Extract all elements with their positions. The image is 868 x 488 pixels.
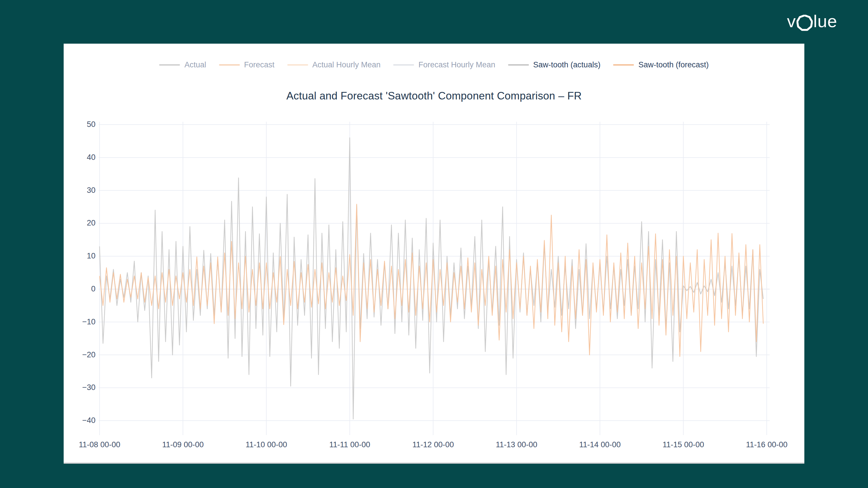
x-axis-tick-label: 11-12 00-00	[401, 440, 465, 449]
x-axis-tick-label: 11-16 00-00	[735, 440, 799, 449]
volue-logo-text-lue: lue	[813, 13, 837, 30]
x-axis-tick-label: 11-10 00-00	[235, 440, 298, 449]
series-line-saw-tooth-forecast	[99, 204, 763, 356]
volue-logo-text-v: v	[787, 13, 796, 30]
x-axis-tick-label: 11-09 00-00	[151, 440, 215, 449]
x-axis-tick-label: 11-08 00-00	[68, 440, 131, 449]
y-axis-tick-label: −10	[64, 318, 95, 326]
y-axis-tick-label: 40	[64, 153, 95, 162]
y-axis-tick-label: −20	[64, 350, 95, 359]
y-axis-tick-label: 30	[64, 186, 95, 195]
x-axis-tick-label: 11-15 00-00	[652, 440, 715, 449]
y-axis-tick-label: −30	[64, 383, 95, 392]
volue-logo-o-icon	[797, 15, 813, 31]
y-axis-tick-label: 20	[64, 219, 95, 228]
chart-plot-area	[64, 44, 804, 462]
x-axis-tick-label: 11-11 00-00	[318, 440, 382, 449]
volue-logo: v lue	[787, 13, 837, 31]
x-axis-tick-label: 11-13 00-00	[485, 440, 548, 449]
chart-card: ActualForecastActual Hourly MeanForecast…	[64, 44, 804, 464]
x-axis-tick-label: 11-14 00-00	[568, 440, 632, 449]
y-axis-tick-label: 10	[64, 252, 95, 260]
y-axis-tick-label: 0	[64, 285, 95, 293]
y-axis-tick-label: 50	[64, 120, 95, 129]
y-axis-tick-label: −40	[64, 416, 95, 425]
